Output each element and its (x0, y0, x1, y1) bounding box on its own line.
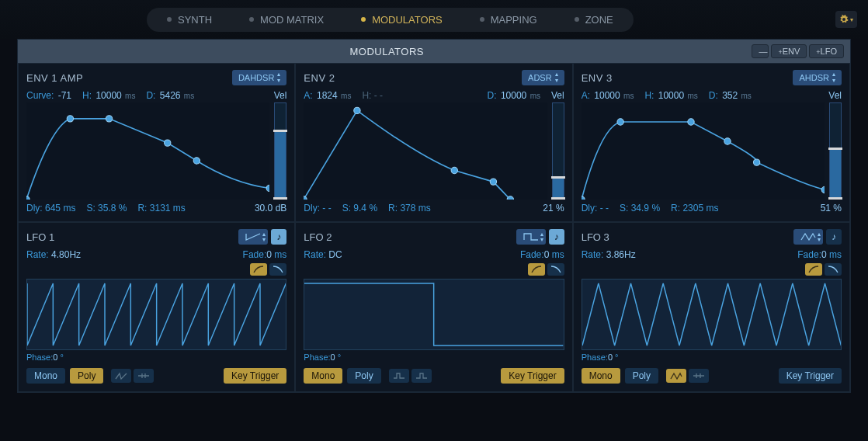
lfo-1-poly-button[interactable]: Poly (70, 368, 103, 384)
svg-point-15 (753, 159, 759, 165)
lfo-2-retrigger-a[interactable] (389, 369, 409, 383)
env-3-decay[interactable]: D: 352 ms (709, 90, 752, 101)
panel-title: MODULATORS (24, 46, 749, 57)
env-2-decay[interactable]: D: 10000 ms (488, 90, 540, 101)
lfo-1-mono-button[interactable]: Mono (26, 368, 65, 384)
svg-point-8 (451, 167, 457, 173)
lfo-3-waveform[interactable] (582, 279, 842, 350)
lfo-2-poly-button[interactable]: Poly (347, 368, 380, 384)
lfo-1-shape-selector[interactable]: ▴▾ (238, 229, 268, 245)
lfo-2-phase[interactable]: Phase:0 ° (304, 352, 564, 362)
env-2-sustain[interactable]: S: 9.4 % (342, 203, 377, 214)
tab-zone[interactable]: ZONE (556, 9, 632, 30)
chevron-down-icon: ▾ (850, 16, 853, 23)
env-1-vel-slider[interactable] (274, 102, 286, 200)
env-2-vel-slider[interactable] (552, 102, 564, 200)
lfo-3-curve-convex[interactable] (805, 263, 822, 276)
lfo-1-curve-convex[interactable] (250, 263, 267, 276)
env-1-vel-value[interactable]: 30.0 dB (255, 203, 286, 214)
lfo-3-retrigger-a[interactable] (666, 369, 686, 383)
svg-point-3 (165, 140, 171, 146)
env-2-release[interactable]: R: 378 ms (388, 203, 431, 214)
env-3-sustain[interactable]: S: 34.9 % (620, 203, 660, 214)
env-1-vel-label: Vel (274, 90, 287, 101)
env-1-sustain[interactable]: S: 35.8 % (86, 203, 127, 214)
env-3-vel-value[interactable]: 51 % (821, 203, 842, 214)
minimize-button[interactable]: — (752, 44, 769, 58)
lfo-2-key-trigger[interactable]: Key Trigger (501, 368, 564, 384)
env-1-hold[interactable]: H: 10000 ms (82, 90, 135, 101)
top-bar: SYNTH MOD MATRIX MODULATORS MAPPING ZONE… (0, 0, 868, 39)
lfo-3-curve-concave[interactable] (825, 263, 842, 276)
lfo-3-cell: LFO 3 ▴▾ ♪ Rate: 3.86Hz Fade:0 ms (573, 222, 850, 392)
gear-icon (839, 15, 849, 24)
env-3-graph[interactable] (582, 102, 825, 200)
lfo-3-poly-button[interactable]: Poly (625, 368, 658, 384)
tab-mapping[interactable]: MAPPING (461, 9, 556, 30)
lfo-3-sync-button[interactable]: ♪ (826, 229, 842, 245)
lfo-1-title: LFO 1 (26, 231, 54, 243)
lfo-2-waveform[interactable] (304, 279, 564, 350)
lfo-1-waveform[interactable] (26, 279, 286, 350)
env-3-mode-selector[interactable]: AHDSR▴▾ (793, 70, 842, 85)
tab-modulators[interactable]: MODULATORS (342, 9, 461, 30)
square-icon (523, 233, 539, 241)
svg-point-5 (266, 185, 269, 191)
lfo-3-retrigger-b[interactable] (689, 369, 709, 383)
env-1-curve[interactable]: Curve: -71 (26, 90, 71, 101)
lfo-3-shape-selector[interactable]: ▴▾ (793, 229, 823, 245)
lfo-1-key-trigger[interactable]: Key Trigger (224, 368, 286, 384)
svg-point-11 (582, 196, 585, 200)
env-1-delay[interactable]: Dly: 645 ms (26, 203, 75, 214)
lfo-2-retrigger-b[interactable] (411, 369, 432, 383)
env-1-decay[interactable]: D: 5426 ms (146, 90, 194, 101)
env-3-cell: ENV 3 AHDSR▴▾ A: 10000 ms H: 10000 ms D:… (573, 63, 850, 222)
add-env-button[interactable]: ++ENVENV (771, 44, 807, 58)
env-2-graph[interactable] (304, 102, 547, 200)
env-2-vel-value[interactable]: 21 % (543, 203, 564, 214)
env-3-release[interactable]: R: 2305 ms (671, 203, 718, 214)
env-1-mode-selector[interactable]: DAHDSR▴▾ (232, 70, 286, 85)
lfo-1-phase[interactable]: Phase:0 ° (26, 352, 286, 362)
env-2-title: ENV 2 (304, 72, 335, 84)
env-1-release[interactable]: R: 3131 ms (137, 203, 185, 214)
lfo-3-rate[interactable]: Rate: 3.86Hz (582, 249, 636, 260)
lfo-2-mono-button[interactable]: Mono (304, 368, 342, 384)
tab-mod-matrix[interactable]: MOD MATRIX (231, 9, 342, 30)
svg-point-13 (687, 119, 693, 125)
lfo-2-curve-convex[interactable] (528, 263, 545, 276)
env-2-mode-selector[interactable]: ADSR▴▾ (522, 70, 564, 85)
lfo-1-retrigger-a[interactable] (111, 369, 131, 383)
lfo-3-key-trigger[interactable]: Key Trigger (779, 368, 842, 384)
add-lfo-button[interactable]: +LFO (809, 44, 844, 58)
env-3-hold[interactable]: H: 10000 ms (644, 90, 697, 101)
env-3-title: ENV 3 (582, 72, 613, 84)
svg-point-4 (193, 158, 200, 164)
env-3-attack[interactable]: A: 10000 ms (582, 90, 634, 101)
lfo-3-title: LFO 3 (582, 231, 609, 243)
lfo-1-fade[interactable]: Fade:0 ms (243, 249, 287, 260)
lfo-2-curve-concave[interactable] (547, 263, 564, 276)
lfo-row: LFO 1 ▴▾ ♪ Rate: 4.80Hz Fade:0 ms (18, 222, 850, 392)
modulators-panel: MODULATORS — ++ENVENV +LFO ENV 1 AMP DAH… (17, 39, 851, 393)
lfo-1-retrigger-b[interactable] (134, 369, 154, 383)
env-3-vel-slider[interactable] (829, 102, 842, 200)
env-2-delay: Dly: - - (304, 203, 331, 214)
lfo-1-sync-button[interactable]: ♪ (271, 229, 286, 245)
env-3-delay: Dly: - - (582, 203, 609, 214)
lfo-3-mono-button[interactable]: Mono (582, 368, 620, 384)
lfo-2-sync-button[interactable]: ♪ (549, 229, 564, 245)
settings-menu[interactable]: ▾ (835, 11, 857, 28)
lfo-2-rate[interactable]: Rate: DC (304, 249, 342, 260)
lfo-1-curve-concave[interactable] (269, 263, 286, 276)
tab-synth[interactable]: SYNTH (148, 9, 231, 30)
lfo-3-fade[interactable]: Fade:0 ms (797, 249, 842, 260)
lfo-2-fade[interactable]: Fade:0 ms (520, 249, 564, 260)
lfo-2-shape-selector[interactable]: ▴▾ (516, 229, 546, 245)
lfo-1-rate[interactable]: Rate: 4.80Hz (26, 249, 81, 260)
svg-point-14 (724, 138, 730, 144)
env-2-attack[interactable]: A: 1824 ms (304, 90, 351, 101)
lfo-3-phase[interactable]: Phase:0 ° (582, 352, 842, 362)
env-1-graph[interactable] (26, 102, 269, 200)
env-1-cell: ENV 1 AMP DAHDSR▴▾ Curve: -71 H: 10000 m… (18, 63, 295, 222)
